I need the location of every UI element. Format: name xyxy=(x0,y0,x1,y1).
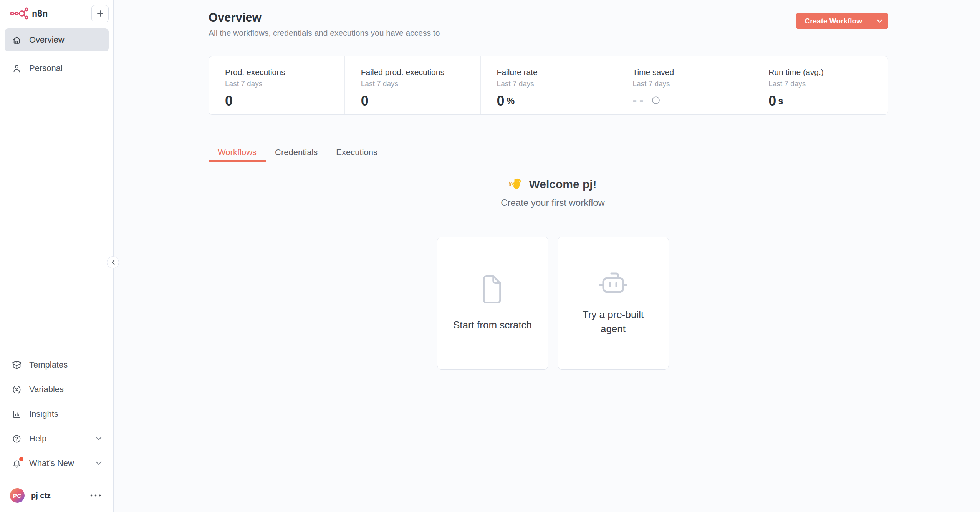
user-row[interactable]: PC pj ctz xyxy=(5,481,109,512)
sidebar-item-label: Variables xyxy=(29,384,64,394)
sidebar-item-variables[interactable]: Variables xyxy=(5,377,109,402)
chevron-left-icon xyxy=(111,260,115,265)
file-icon xyxy=(481,274,505,304)
sidebar-item-label: Overview xyxy=(29,35,65,45)
page-subtitle: All the workflows, credentials and execu… xyxy=(209,28,440,38)
create-workflow-dropdown-button[interactable] xyxy=(871,13,888,29)
sidebar-header: n8n xyxy=(5,5,109,22)
welcome-heading: Welcome pj! xyxy=(126,177,980,191)
sidebar-item-insights[interactable]: Insights xyxy=(5,402,109,426)
stat-unit: % xyxy=(507,96,515,106)
chevron-down-icon xyxy=(96,461,102,465)
stat-title: Failure rate xyxy=(497,68,616,77)
stat-card-run-time: Run time (avg.) Last 7 days 0 s xyxy=(752,56,888,114)
stats-bar: Prod. executions Last 7 days 0 Failed pr… xyxy=(209,56,888,115)
stat-card-time-saved: Time saved Last 7 days -- xyxy=(616,56,752,114)
stat-period: Last 7 days xyxy=(497,80,616,88)
sidebar: n8n Overview P xyxy=(0,0,114,512)
sidebar-main-menu: Overview Personal xyxy=(5,28,109,80)
plus-icon xyxy=(96,10,104,17)
chevron-down-icon xyxy=(96,437,102,441)
stat-period: Last 7 days xyxy=(225,80,344,88)
ellipsis-icon xyxy=(90,494,101,497)
notification-dot xyxy=(19,457,23,461)
bar-chart-icon xyxy=(12,409,22,419)
stat-title: Failed prod. executions xyxy=(361,68,480,77)
stat-title: Run time (avg.) xyxy=(768,68,888,77)
user-name: pj ctz xyxy=(31,491,51,500)
empty-state: Welcome pj! Create your first workflow S… xyxy=(114,165,980,370)
sidebar-item-label: Personal xyxy=(29,63,63,73)
page-title: Overview xyxy=(209,11,262,25)
chevron-down-icon xyxy=(877,19,882,23)
stat-card-prod-executions: Prod. executions Last 7 days 0 xyxy=(209,56,344,114)
robot-icon xyxy=(598,270,628,294)
stat-card-failure-rate: Failure rate Last 7 days 0 % xyxy=(480,56,616,114)
sidebar-bottom-menu: Templates Variables Insights xyxy=(5,353,109,476)
avatar: PC xyxy=(10,488,25,503)
sidebar-item-overview[interactable]: Overview xyxy=(5,28,109,51)
stat-period: Last 7 days xyxy=(632,80,752,88)
waving-hand-icon xyxy=(509,177,523,191)
sidebar-item-label: Templates xyxy=(29,360,68,370)
welcome-text: Welcome pj! xyxy=(529,178,596,191)
add-button[interactable] xyxy=(91,5,109,22)
tab-credentials[interactable]: Credentials xyxy=(266,145,327,162)
sidebar-spacer xyxy=(5,80,109,353)
welcome-subtitle: Create your first workflow xyxy=(126,197,980,208)
stat-value: -- xyxy=(632,93,646,107)
create-workflow-split-button: Create Workflow xyxy=(796,13,888,29)
package-icon xyxy=(12,360,22,370)
stat-title: Prod. executions xyxy=(225,68,344,77)
tab-bar: Workflows Credentials Executions xyxy=(209,145,387,162)
stat-value: 0 xyxy=(361,93,369,109)
stat-card-failed-prod-executions: Failed prod. executions Last 7 days 0 xyxy=(344,56,480,114)
card-label: Start from scratch xyxy=(453,318,532,332)
user-icon xyxy=(12,64,22,73)
sidebar-item-personal[interactable]: Personal xyxy=(5,57,109,80)
sidebar-collapse-button[interactable] xyxy=(107,256,119,268)
pre-built-agent-card[interactable]: Try a pre-built agent xyxy=(558,237,669,370)
app-name: n8n xyxy=(32,8,48,19)
stat-value: 0 xyxy=(497,93,505,109)
stat-period: Last 7 days xyxy=(361,80,480,88)
help-icon xyxy=(12,434,22,444)
stat-value: 0 xyxy=(768,93,776,109)
sidebar-item-templates[interactable]: Templates xyxy=(5,353,109,377)
stat-unit: s xyxy=(778,96,783,106)
tab-workflows[interactable]: Workflows xyxy=(209,145,266,162)
n8n-logo-icon xyxy=(10,7,28,20)
card-label: Try a pre-built agent xyxy=(573,308,654,336)
user-menu-button[interactable] xyxy=(88,492,103,499)
info-icon[interactable] xyxy=(652,96,660,104)
sidebar-item-help[interactable]: Help xyxy=(5,426,109,451)
stat-value: 0 xyxy=(225,93,233,109)
sidebar-item-label: What’s New xyxy=(29,458,74,468)
tab-executions[interactable]: Executions xyxy=(327,145,387,162)
sidebar-item-whats-new[interactable]: What’s New xyxy=(5,451,109,476)
bell-icon xyxy=(12,459,22,468)
main-content: Overview All the workflows, credentials … xyxy=(114,0,980,512)
create-workflow-button[interactable]: Create Workflow xyxy=(796,13,871,29)
stat-period: Last 7 days xyxy=(768,80,888,88)
starter-cards: Start from scratch Try a pre-built agent xyxy=(126,237,980,370)
stat-title: Time saved xyxy=(632,68,752,77)
sidebar-item-label: Help xyxy=(29,434,46,444)
start-from-scratch-card[interactable]: Start from scratch xyxy=(437,237,548,370)
variables-icon xyxy=(12,385,22,394)
home-icon xyxy=(12,35,22,45)
sidebar-item-label: Insights xyxy=(29,409,58,419)
